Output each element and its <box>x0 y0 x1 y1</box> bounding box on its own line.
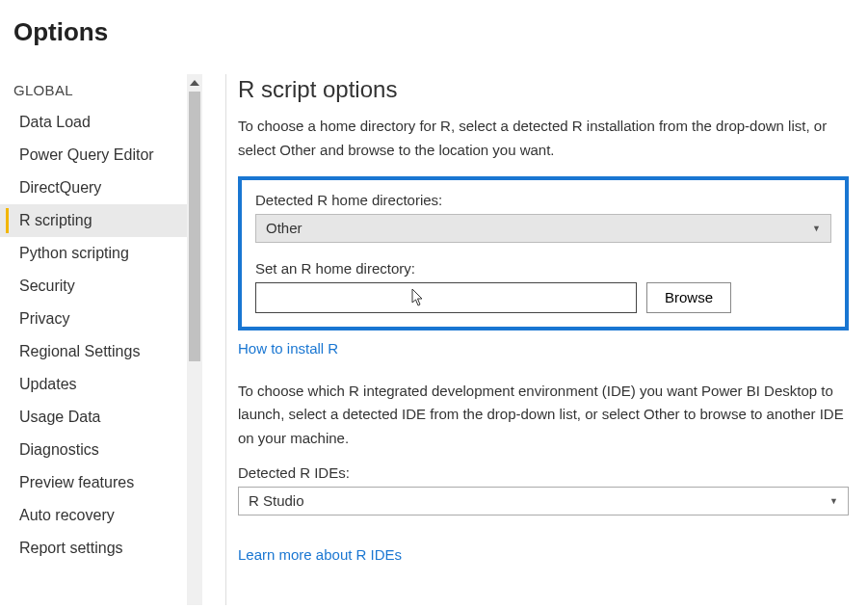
sidebar-item-data-load[interactable]: Data Load <box>0 106 202 139</box>
detected-ide-label: Detected R IDEs: <box>238 464 849 481</box>
ide-intro: To choose which R integrated development… <box>238 380 849 451</box>
detected-home-select[interactable]: Other ▼ <box>255 214 831 243</box>
sidebar-item-python-scripting[interactable]: Python scripting <box>0 237 202 270</box>
scroll-up-icon[interactable] <box>187 74 202 92</box>
learn-ide-link[interactable]: Learn more about R IDEs <box>238 546 402 563</box>
sidebar-item-privacy[interactable]: Privacy <box>0 303 202 335</box>
sidebar-item-usage-data[interactable]: Usage Data <box>0 401 202 434</box>
content-pane: R script options To choose a home direct… <box>238 65 868 605</box>
section-title: R script options <box>238 76 849 103</box>
scrollbar[interactable] <box>187 74 202 605</box>
chevron-down-icon: ▼ <box>829 496 838 506</box>
r-home-path-input[interactable] <box>255 282 637 313</box>
page-title: Options <box>13 17 855 47</box>
sidebar-item-auto-recovery[interactable]: Auto recovery <box>0 499 202 532</box>
sidebar-item-report-settings[interactable]: Report settings <box>0 532 202 565</box>
sidebar-item-r-scripting[interactable]: R scripting <box>0 204 202 237</box>
set-home-label: Set an R home directory: <box>255 260 831 277</box>
vertical-divider <box>225 74 226 605</box>
sidebar-item-directquery[interactable]: DirectQuery <box>0 172 202 204</box>
sidebar-item-diagnostics[interactable]: Diagnostics <box>0 434 202 466</box>
chevron-down-icon: ▼ <box>812 224 821 233</box>
section-intro: To choose a home directory for R, select… <box>238 115 849 163</box>
browse-button[interactable]: Browse <box>646 282 731 313</box>
detected-ide-select[interactable]: R Studio ▼ <box>238 487 849 515</box>
r-home-highlight-box: Detected R home directories: Other ▼ Set… <box>238 176 849 330</box>
sidebar-item-power-query-editor[interactable]: Power Query Editor <box>0 139 202 172</box>
detected-home-label: Detected R home directories: <box>255 192 831 208</box>
sidebar-item-preview-features[interactable]: Preview features <box>0 466 202 499</box>
detected-home-value: Other <box>266 220 302 236</box>
sidebar-item-security[interactable]: Security <box>0 270 202 303</box>
sidebar-list: Data Load Power Query Editor DirectQuery… <box>0 106 202 565</box>
detected-ide-value: R Studio <box>249 492 304 509</box>
sidebar-heading: GLOBAL <box>0 76 202 106</box>
sidebar: GLOBAL Data Load Power Query Editor Dire… <box>0 65 202 605</box>
install-r-link[interactable]: How to install R <box>238 340 338 357</box>
sidebar-item-regional-settings[interactable]: Regional Settings <box>0 335 202 368</box>
scrollbar-thumb[interactable] <box>189 92 200 361</box>
sidebar-item-updates[interactable]: Updates <box>0 368 202 401</box>
